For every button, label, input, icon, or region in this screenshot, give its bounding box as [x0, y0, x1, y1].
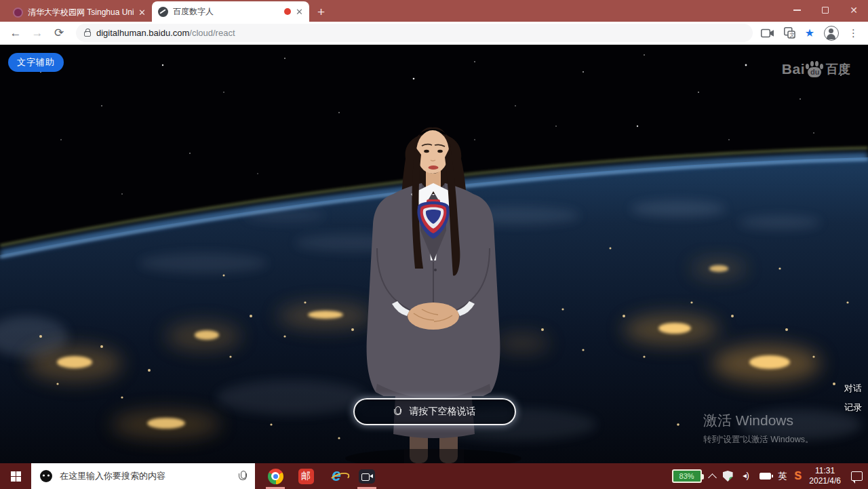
text-assist-button[interactable]: 文字辅助	[8, 53, 64, 72]
mail-icon: 邮	[298, 469, 314, 484]
window-controls: ✕	[783, 0, 868, 20]
camera-cast-icon[interactable]	[761, 28, 774, 38]
dialog-record-panel: 对话 记录	[844, 383, 862, 414]
camera-app-icon	[359, 469, 375, 484]
start-button[interactable]	[0, 463, 31, 489]
microphone-icon	[394, 406, 401, 417]
sogou-input-icon[interactable]: S	[795, 470, 802, 482]
baidu-logo-cn: 百度	[826, 61, 850, 77]
defender-shield-icon[interactable]	[723, 471, 733, 482]
globe-favicon-icon	[158, 7, 168, 17]
watermark-line2: 转到“设置”以激活 Windows。	[703, 434, 814, 446]
bookmark-star-icon[interactable]: ★	[805, 26, 814, 39]
taskbar-mail-button[interactable]: 邮	[295, 463, 317, 489]
menu-dots-icon[interactable]: ⋮	[848, 27, 859, 39]
activate-windows-watermark: 激活 Windows 转到“设置”以激活 Windows。	[703, 411, 814, 446]
ime-indicator[interactable]: 英	[778, 470, 787, 482]
mic-prompt-label: 请按下空格说话	[410, 406, 476, 418]
tab-title: 清华大学校园网 Tsinghua Unive	[28, 7, 134, 18]
search-assistant-icon	[39, 469, 53, 483]
taskbar-clock[interactable]: 11:31 2021/4/6	[809, 466, 841, 486]
clock-date: 2021/4/6	[809, 476, 841, 486]
lock-icon	[84, 31, 91, 37]
baidu-logo: Bai du 百度	[782, 61, 850, 77]
record-tab[interactable]: 记录	[844, 402, 862, 414]
watermark-line1: 激活 Windows	[703, 411, 814, 430]
tab-digital-human[interactable]: 百度数字人 ✕	[152, 1, 309, 22]
url-host: digitalhuman.baidu.com	[96, 28, 189, 38]
tab-title: 百度数字人	[173, 6, 279, 18]
profile-avatar[interactable]	[824, 26, 839, 41]
battery-indicator[interactable]: 83%	[672, 469, 702, 483]
tsinghua-favicon-icon	[13, 7, 23, 18]
close-button[interactable]: ✕	[840, 0, 868, 20]
back-button[interactable]: ←	[7, 26, 24, 40]
system-tray: 83% 英 S 11:31 2021/4/6	[672, 463, 868, 489]
tab-tsinghua[interactable]: 清华大学校园网 Tsinghua Unive ✕	[7, 3, 152, 22]
search-placeholder: 在这里输入你要搜索的内容	[60, 470, 232, 482]
baidu-logo-bai: Bai	[782, 61, 805, 77]
reload-button[interactable]: ⟳	[50, 26, 68, 40]
push-to-talk-prompt[interactable]: 请按下空格说话	[353, 398, 516, 425]
battery-icon[interactable]	[760, 473, 771, 480]
translate-icon[interactable]: 文	[784, 27, 795, 39]
maximize-icon	[822, 7, 829, 14]
windows-taskbar: 在这里输入你要搜索的内容 邮 e 83% 英 S 11:31 2021/4/6	[0, 463, 868, 489]
internet-explorer-icon: e	[332, 467, 341, 484]
dialog-tab[interactable]: 对话	[844, 383, 862, 395]
action-center-icon[interactable]	[851, 471, 863, 481]
taskbar-camera-button[interactable]	[356, 463, 378, 489]
forward-button[interactable]: →	[28, 26, 46, 40]
minimize-icon	[793, 9, 801, 11]
search-mic-icon[interactable]	[239, 471, 247, 482]
page-viewport: 文字辅助 Bai du 百度 请按下空格说话 对话 记录 激活 Windows …	[0, 45, 868, 463]
browser-toolbar: ← → ⟳ digitalhuman.baidu.com/cloud/react…	[0, 22, 868, 45]
hidden-icons-chevron-icon[interactable]	[708, 473, 717, 482]
recording-indicator-icon	[284, 8, 291, 15]
maximize-button[interactable]	[811, 0, 840, 20]
tab-close-icon[interactable]: ✕	[138, 8, 146, 17]
svg-text:文: 文	[789, 32, 795, 38]
taskbar-chrome-button[interactable]	[264, 463, 286, 489]
chrome-icon	[268, 469, 283, 484]
url-path: /cloud/react	[189, 28, 235, 38]
volume-icon[interactable]	[741, 471, 752, 481]
taskbar-apps: 邮 e	[264, 463, 378, 489]
tab-close-icon[interactable]: ✕	[296, 7, 303, 16]
taskbar-search-box[interactable]: 在这里输入你要搜索的内容	[31, 463, 255, 489]
url-text: digitalhuman.baidu.com/cloud/react	[96, 28, 235, 38]
toolbar-right-icons: 文 ★ ⋮	[761, 26, 861, 41]
address-bar[interactable]: digitalhuman.baidu.com/cloud/react	[76, 24, 753, 42]
minimize-button[interactable]	[783, 0, 811, 20]
new-tab-button[interactable]: +	[317, 5, 325, 18]
browser-titlebar: 清华大学校园网 Tsinghua Unive ✕ 百度数字人 ✕ + ✕	[0, 0, 868, 22]
clock-time: 11:31	[815, 466, 835, 475]
close-icon: ✕	[850, 5, 858, 15]
windows-logo-icon	[11, 471, 21, 482]
taskbar-ie-button[interactable]: e	[326, 463, 347, 489]
screen: 清华大学校园网 Tsinghua Unive ✕ 百度数字人 ✕ + ✕ ← →…	[0, 0, 868, 489]
